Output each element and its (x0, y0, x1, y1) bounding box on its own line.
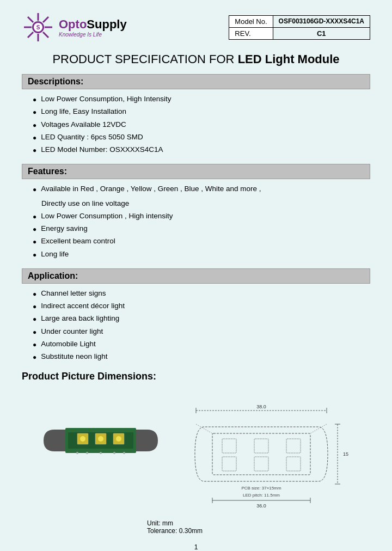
features-section: Features: Available in Red , Orange , Ye… (22, 164, 370, 260)
page-number: 1 (22, 543, 370, 551)
list-item: Indirect accent décor light (33, 301, 370, 311)
svg-point-16 (98, 436, 103, 442)
model-value: OSF003106GD-XXXXS4C1A (273, 15, 370, 27)
list-item: LED Model Number: OSXXXXS4C1A (33, 144, 370, 155)
svg-line-6 (43, 17, 48, 22)
dimension-diagram: 38.0 15 PCB size: 37×15mm LED pitch: 11.… (174, 394, 354, 514)
logo-area: S OptoSupply Knowledge Is Life (22, 11, 127, 44)
page-title: PRODUCT SPECIFICATION FOR LED Light Modu… (22, 52, 370, 66)
svg-point-21 (100, 452, 102, 454)
list-item: Long life, Easy Installation (33, 106, 370, 117)
svg-point-20 (86, 452, 88, 454)
list-item: Large area back lighting (33, 313, 370, 324)
product-picture-section: Product Picture Dimensions: (22, 371, 370, 535)
svg-text:36.0: 36.0 (256, 503, 266, 509)
led-module-image (38, 411, 163, 470)
brand-name: OptoSupply (59, 17, 127, 32)
list-item: Under counter light (33, 326, 370, 337)
list-item: LED Quantity : 6pcs 5050 SMD (33, 132, 370, 143)
logo-star-icon: S (22, 11, 54, 44)
svg-point-23 (123, 452, 125, 454)
list-item: Long life (33, 249, 370, 260)
indent-line: Directly use on line voltage (22, 198, 370, 209)
svg-text:38.0: 38.0 (256, 404, 266, 409)
svg-text:LED pitch: 11.5mm: LED pitch: 11.5mm (243, 493, 280, 498)
unit-info: Unit: mm Tolerance: 0.30mm (147, 519, 370, 535)
page-header: S OptoSupply Knowledge Is Life Model No.… (22, 11, 370, 44)
descriptions-header: Descriptions: (22, 74, 370, 89)
svg-point-19 (76, 452, 78, 454)
unit-label: Unit: mm (147, 519, 370, 527)
list-item: Available in Red , Orange , Yellow , Gre… (33, 183, 370, 194)
rev-value: C1 (273, 27, 370, 39)
svg-text:PCB size: 37×15mm: PCB size: 37×15mm (241, 486, 281, 491)
list-item: Energy saving (33, 223, 370, 234)
descriptions-section: Descriptions: Low Power Consumption, Hig… (22, 74, 370, 155)
svg-line-4 (28, 17, 33, 22)
svg-rect-34 (254, 439, 268, 453)
svg-text:15: 15 (343, 451, 348, 457)
svg-rect-33 (222, 439, 236, 453)
svg-line-41 (196, 424, 212, 433)
application-header: Application: (22, 268, 370, 284)
list-item: Automobile Light (33, 339, 370, 350)
svg-rect-35 (286, 439, 301, 453)
svg-rect-36 (222, 457, 236, 471)
brand-tagline: Knowledge Is Life (59, 32, 127, 38)
list-item: Low Power Consumption, High Intensity (33, 94, 370, 105)
descriptions-list: Low Power Consumption, High Intensity Lo… (22, 94, 370, 155)
application-list: Channel letter signs Indirect accent déc… (22, 288, 370, 363)
list-item: Channel letter signs (33, 288, 370, 299)
features-header: Features: (22, 164, 370, 179)
product-picture-title: Product Picture Dimensions: (22, 371, 370, 382)
list-item: Excellent beam control (33, 236, 370, 247)
svg-rect-38 (286, 457, 301, 471)
svg-line-42 (310, 424, 327, 433)
list-item: Low Power Consumption , High intensity (33, 211, 370, 222)
model-label: Model No. (229, 15, 273, 27)
svg-rect-37 (254, 457, 268, 471)
list-item: Substitute neon light (33, 351, 370, 362)
rev-label: REV. (229, 27, 273, 39)
model-info-table: Model No. OSF003106GD-XXXXS4C1A REV. C1 (229, 15, 370, 40)
svg-text:S: S (36, 25, 40, 30)
svg-point-22 (113, 452, 115, 454)
product-image-area: 38.0 15 PCB size: 37×15mm LED pitch: 11.… (22, 389, 370, 514)
svg-line-7 (28, 32, 33, 38)
features-list: Available in Red , Orange , Yellow , Gre… (22, 183, 370, 194)
svg-rect-32 (212, 433, 310, 475)
logo-text: OptoSupply Knowledge Is Life (59, 17, 127, 38)
features-list-cont: Low Power Consumption , High intensity E… (22, 211, 370, 260)
svg-point-14 (80, 436, 85, 442)
list-item: Voltages Available 12VDC (33, 119, 370, 130)
svg-line-5 (43, 32, 48, 38)
tolerance-label: Tolerance: 0.30mm (147, 527, 370, 535)
svg-point-18 (116, 436, 121, 442)
application-section: Application: Channel letter signs Indire… (22, 268, 370, 363)
